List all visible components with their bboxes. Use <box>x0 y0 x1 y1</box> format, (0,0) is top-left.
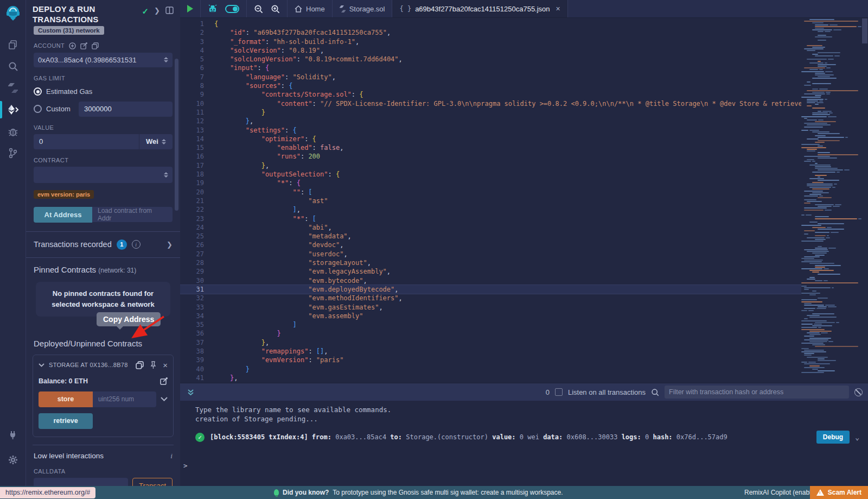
search-icon[interactable] <box>0 55 26 77</box>
info-icon[interactable]: i <box>132 240 141 249</box>
file-explorer-icon[interactable] <box>0 34 26 55</box>
at-address-button[interactable]: At Address <box>34 207 92 223</box>
transaction-log-row[interactable]: ✓ [block:5583405 txIndex:4] from: 0xa03.… <box>195 431 859 444</box>
lightbulb-icon <box>274 489 279 496</box>
store-function-button[interactable]: store <box>39 391 93 407</box>
terminal-prompt[interactable]: > <box>183 462 188 470</box>
transactions-count-badge: 1 <box>117 239 127 250</box>
warning-icon <box>816 489 824 496</box>
low-level-info-icon[interactable]: i <box>170 452 173 460</box>
unit-stepper-icon <box>162 139 166 144</box>
listen-all-checkbox[interactable] <box>555 388 563 396</box>
clear-console-icon[interactable] <box>854 388 863 396</box>
copy-account-icon[interactable] <box>92 42 99 49</box>
code-lines: 1{2"id": "a69b43f277ba20fcac141151250ca7… <box>180 20 801 382</box>
remix-ide-window: DEPLOY & RUN TRANSACTIONS ✓ ❯ Custom (31… <box>0 0 868 499</box>
git-branch-icon[interactable] <box>0 142 26 164</box>
annotation-arrow <box>125 312 168 342</box>
transact-button[interactable]: Transact <box>132 478 173 486</box>
copilot-toggle[interactable] <box>225 5 239 13</box>
solidity-file-icon <box>340 5 346 12</box>
store-arg-input[interactable]: uint256 num <box>93 391 156 407</box>
collapse-chevron-icon[interactable] <box>39 363 44 367</box>
chevron-right-icon[interactable]: ❯ <box>154 7 160 15</box>
evm-version-badge: evm version: paris <box>34 190 94 199</box>
at-address-input[interactable]: Load contract from Addr <box>92 207 173 222</box>
json-file-icon: { } <box>399 5 411 12</box>
edit-balance-icon[interactable] <box>160 377 168 385</box>
custom-gas-label: Custom <box>46 105 74 113</box>
calldata-label: CALLDATA <box>26 468 180 475</box>
account-select[interactable]: 0xA03...85ac4 (0.39866531531 <box>34 53 173 67</box>
deploy-run-panel: DEPLOY & RUN TRANSACTIONS ✓ ❯ Custom (31… <box>26 0 180 486</box>
terminal-header: 0 Listen on all transactions Filter with… <box>180 383 868 401</box>
tab-home[interactable]: Home <box>288 0 333 17</box>
select-stepper-icon <box>164 57 168 62</box>
terminal-search-icon[interactable] <box>651 388 659 396</box>
tx-log-text: [block:5583405 txIndex:4] from: 0xa03...… <box>210 433 811 441</box>
status-check-icon: ✓ <box>142 7 149 16</box>
debug-button[interactable]: Debug <box>816 431 850 444</box>
contract-instance-name[interactable]: STORAGE AT 0X136...8B78 <box>49 362 128 368</box>
remix-logo[interactable] <box>4 4 22 24</box>
home-icon <box>295 5 302 12</box>
run-script-icon[interactable] <box>187 5 193 12</box>
value-input[interactable]: 0 <box>34 134 139 149</box>
pinned-empty-message: No pinned contracts found for selected w… <box>36 282 170 317</box>
balance-value: 0 ETH <box>69 377 88 385</box>
collapse-terminal-icon[interactable] <box>187 389 194 396</box>
terminal-line: Type the library name to see available c… <box>195 405 868 414</box>
value-unit-select[interactable]: Wei <box>139 134 173 149</box>
zoom-in-icon[interactable] <box>271 4 280 14</box>
gas-limit-label: GAS LIMIT <box>34 75 173 81</box>
editor-scrollbar[interactable] <box>861 18 868 383</box>
status-bar: Did you know? To prototype using the Gno… <box>0 486 868 499</box>
editor-area: Home Storage.sol { } a69b43f277ba20fcac1… <box>180 0 868 486</box>
expand-transactions-icon[interactable]: ❯ <box>167 241 173 249</box>
tab-storage-sol[interactable]: Storage.sol <box>333 0 393 17</box>
terminal[interactable]: Type the library name to see available c… <box>180 401 868 486</box>
add-account-icon[interactable] <box>69 42 76 49</box>
copilot-status[interactable]: RemixAI Copilot (enabled) <box>744 489 820 496</box>
custom-gas-radio[interactable] <box>34 105 42 113</box>
copy-address-icon[interactable] <box>136 361 144 369</box>
debugger-icon[interactable] <box>0 121 26 142</box>
minimap[interactable] <box>801 18 861 383</box>
pin-panel-icon[interactable] <box>165 7 174 14</box>
retrieve-function-button[interactable]: retrieve <box>39 413 93 429</box>
expand-args-icon[interactable] <box>161 397 168 401</box>
ai-copilot-robot-icon[interactable] <box>208 4 218 14</box>
close-tab-icon[interactable]: × <box>556 4 560 13</box>
deploy-run-icon[interactable] <box>0 99 26 121</box>
pinned-contracts-title: Pinned Contracts (network: 31) <box>26 258 180 274</box>
settings-gear-icon[interactable] <box>0 449 26 471</box>
calldata-input[interactable] <box>34 478 128 486</box>
transaction-count: 0 <box>546 388 550 396</box>
balance-label: Balance: <box>39 377 67 385</box>
plugin-manager-icon[interactable] <box>0 424 26 446</box>
icon-rail <box>0 0 26 486</box>
did-you-know-tip: Did you know? To prototype using the Gno… <box>274 489 563 496</box>
panel-scrollbar[interactable] <box>175 59 178 211</box>
filter-transactions-input[interactable]: Filter with transaction hash or address <box>665 386 849 399</box>
link-url-tooltip: https://remix.ethereum.org/# <box>0 487 95 498</box>
terminal-output: Type the library name to see available c… <box>180 401 868 424</box>
estimated-gas-radio[interactable] <box>34 87 42 96</box>
deployed-contract-card: STORAGE AT 0X136...8B78 × Balance: 0 ETH… <box>33 355 174 437</box>
custom-gas-input[interactable]: 3000000 <box>79 102 173 117</box>
terminal-line: creation of Storage pending... <box>195 414 868 424</box>
tx-expand-icon[interactable]: ⌄ <box>855 433 859 441</box>
contract-select[interactable] <box>34 167 173 183</box>
account-label: ACCOUNT <box>34 42 65 49</box>
tab-json-active[interactable]: { } a69b43f277ba20fcac141151250ca755.jso… <box>392 0 567 17</box>
scam-alert-button[interactable]: Scam Alert <box>810 486 868 499</box>
code-editor[interactable]: 1{2"id": "a69b43f277ba20fcac141151250ca7… <box>180 18 868 383</box>
estimated-gas-label: Estimated Gas <box>46 87 92 96</box>
edit-account-icon[interactable] <box>80 42 87 49</box>
pin-contract-icon[interactable] <box>150 361 157 369</box>
listen-all-label: Listen on all transactions <box>568 388 646 396</box>
value-label: VALUE <box>34 124 173 131</box>
zoom-out-icon[interactable] <box>254 4 263 14</box>
remove-contract-icon[interactable]: × <box>163 361 168 370</box>
solidity-compiler-icon[interactable] <box>0 77 26 99</box>
